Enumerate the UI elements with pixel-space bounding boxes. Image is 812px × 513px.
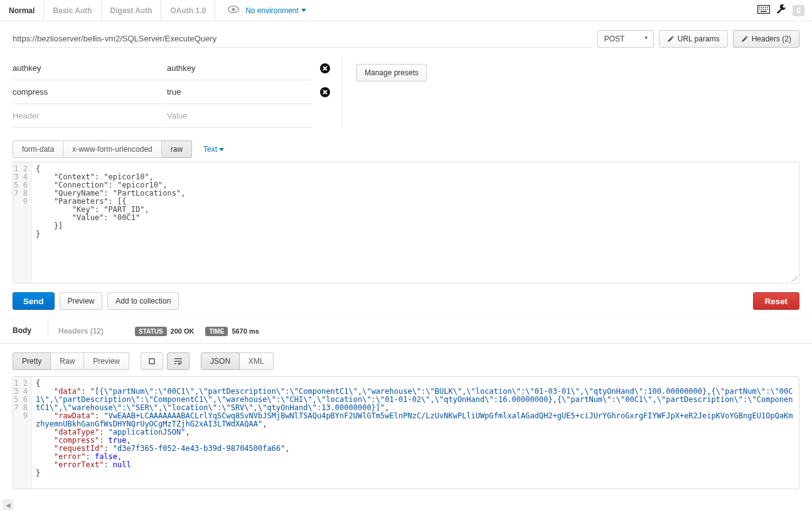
resp-format-xml[interactable]: XML [240,352,274,370]
svg-rect-13 [761,11,767,13]
add-to-collection-button[interactable]: Add to collection [107,292,179,310]
time-value: 5670 ms [232,327,259,335]
body-type-formdata[interactable]: form-data [13,140,63,158]
body-type-segment: form-data x-www-form-urlencoded raw [13,140,192,158]
response-controls: Pretty Raw Preview JSON XML [0,344,812,376]
manage-presets-button[interactable]: Manage presets [356,64,427,82]
svg-rect-12 [767,9,768,10]
resize-handle-icon[interactable] [791,275,798,282]
response-tab-headers[interactable]: Headers (12) [48,319,109,344]
settings-icon[interactable] [776,4,786,16]
status-label: STATUS [135,327,167,336]
response-time: TIME 5670 ms [205,327,259,336]
svg-rect-3 [759,7,761,8]
preview-button[interactable]: Preview [60,292,103,310]
header-key-input[interactable] [13,56,166,80]
svg-rect-8 [759,9,761,10]
svg-rect-4 [761,7,762,8]
line-gutter: 1 2 3 4 5 6 7 8 9 [13,377,32,489]
url-input[interactable] [13,30,592,48]
delete-header-icon[interactable] [319,63,331,74]
toggle-wrap-icon[interactable] [167,352,190,370]
keyboard-icon[interactable] [757,5,770,16]
eye-icon[interactable] [228,6,239,15]
header-value-input[interactable] [167,56,312,80]
header-key-input[interactable] [13,80,166,104]
environment-label: No environment [245,6,299,15]
copy-response-icon[interactable] [141,352,163,370]
header-key-input[interactable] [13,104,166,128]
top-auth-tabs: Normal Basic Auth Digest Auth OAuth 1.0 … [0,0,812,21]
header-row [13,56,312,80]
tab-basic-auth[interactable]: Basic Auth [44,0,101,21]
caret-down-icon [219,148,224,151]
response-body-editor[interactable]: 1 2 3 4 5 6 7 8 9 { "data": "[{\"partNum… [13,376,799,489]
body-type-row: form-data x-www-form-urlencoded raw Text [0,140,812,162]
svg-rect-6 [765,7,766,8]
resp-view-preview[interactable]: Preview [84,352,129,370]
url-row: POST URL params Headers (2) [0,21,812,54]
tab-oauth[interactable]: OAuth 1.0 [161,0,215,21]
reset-button[interactable]: Reset [753,292,799,310]
headers-area: Manage presets [0,54,812,140]
time-label: TIME [205,327,228,336]
header-value-input[interactable] [167,104,312,128]
resp-view-pretty[interactable]: Pretty [13,352,51,370]
notification-badge[interactable]: 0 [793,5,804,16]
tab-digest-auth[interactable]: Digest Auth [102,0,162,21]
header-row-empty [13,104,312,128]
body-format-selector[interactable]: Text [203,145,224,154]
svg-rect-16 [149,359,154,364]
body-type-urlencoded[interactable]: x-www-form-urlencoded [63,140,161,158]
resp-view-raw[interactable]: Raw [51,352,84,370]
response-tabs: Body Headers (12) STATUS 200 OK TIME 567… [0,319,812,344]
url-params-button[interactable]: URL params [659,30,728,48]
header-row [13,80,312,104]
request-body-code[interactable]: { "Context": "epicor10", "Connection": "… [32,162,799,283]
delete-header-icon[interactable] [319,87,331,98]
resp-format-json[interactable]: JSON [201,352,240,370]
header-value-input[interactable] [167,80,312,104]
caret-down-icon [301,9,306,12]
response-status: STATUS 200 OK [135,327,194,336]
status-value: 200 OK [171,327,195,335]
headers-button[interactable]: Headers (2) [733,30,799,48]
response-tab-body[interactable]: Body [8,319,36,344]
svg-rect-11 [765,9,766,10]
svg-rect-7 [767,7,768,8]
body-type-raw[interactable]: raw [162,140,192,158]
svg-point-1 [232,8,235,11]
svg-rect-5 [763,7,764,8]
method-select[interactable]: POST [597,30,654,48]
collapse-sidebar-icon[interactable]: ◀ [3,499,14,510]
environment-selector[interactable]: No environment [245,6,306,15]
tab-normal[interactable]: Normal [0,0,44,21]
send-button[interactable]: Send [13,292,55,310]
request-body-editor[interactable]: 1 2 3 4 5 6 7 8 9 { "Context": "epicor10… [13,162,799,283]
response-body-code: { "data": "[{\"partNum\":\"00C1\",\"part… [32,377,799,489]
action-row: Send Preview Add to collection Reset [0,283,812,319]
svg-rect-10 [763,9,764,10]
svg-rect-9 [761,9,762,10]
line-gutter: 1 2 3 4 5 6 7 8 9 [13,162,32,283]
